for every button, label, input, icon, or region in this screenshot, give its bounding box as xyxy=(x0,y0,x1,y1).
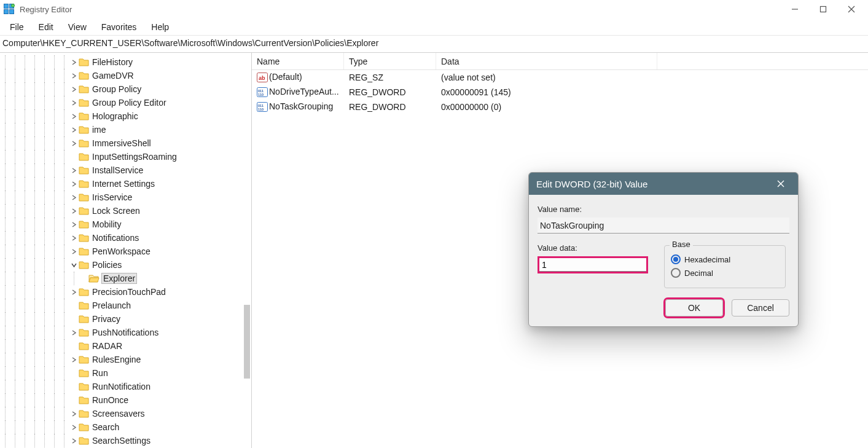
tree-item-immersiveshell[interactable]: ImmersiveShell xyxy=(0,136,251,150)
radio-dec[interactable]: Decimal xyxy=(671,268,779,278)
tree-item-label: Search xyxy=(92,422,119,432)
tree-item-penworkspace[interactable]: PenWorkspace xyxy=(0,245,251,258)
value-data: (value not set) xyxy=(436,73,657,82)
minimize-button[interactable] xyxy=(781,0,809,18)
value-data-label: Value data: xyxy=(538,243,648,253)
chevron-right-icon[interactable] xyxy=(69,55,79,69)
string-value-icon xyxy=(257,72,268,83)
tree-item-filehistory[interactable]: FileHistory xyxy=(0,55,251,69)
folder-icon xyxy=(79,179,90,189)
chevron-right-icon[interactable] xyxy=(69,245,79,258)
chevron-right-icon[interactable] xyxy=(69,136,79,150)
chevron-right-icon[interactable] xyxy=(69,218,79,231)
tree-item-prelaunch[interactable]: Prelaunch xyxy=(0,299,251,312)
chevron-right-icon[interactable] xyxy=(69,123,79,136)
edit-dword-dialog: Edit DWORD (32-bit) Value Value name: Va… xyxy=(528,172,799,327)
tree-item-label: Group Policy Editor xyxy=(92,98,166,108)
tree-item-pushnotifications[interactable]: PushNotifications xyxy=(0,326,251,339)
tree-item-policies[interactable]: Policies xyxy=(0,258,251,272)
chevron-right-icon xyxy=(79,272,88,285)
chevron-right-icon[interactable] xyxy=(69,353,79,366)
tree-item-group-policy-editor[interactable]: Group Policy Editor xyxy=(0,96,251,109)
tree-item-mobility[interactable]: Mobility xyxy=(0,218,251,231)
address-text: Computer\HKEY_CURRENT_USER\Software\Micr… xyxy=(2,38,378,48)
tree-item-search[interactable]: Search xyxy=(0,420,251,434)
tree-item-label: Notifications xyxy=(92,233,139,243)
value-data-input[interactable] xyxy=(539,258,646,272)
tree-item-installservice[interactable]: InstallService xyxy=(0,163,251,177)
col-header-name[interactable]: Name xyxy=(252,53,344,69)
close-button[interactable] xyxy=(837,0,866,18)
folder-icon xyxy=(79,314,90,324)
tree-item-runonce[interactable]: RunOnce xyxy=(0,393,251,407)
folder-icon xyxy=(79,84,90,94)
chevron-right-icon[interactable] xyxy=(69,231,79,245)
tree-item-explorer[interactable]: Explorer xyxy=(0,272,251,285)
menu-edit[interactable]: Edit xyxy=(31,20,61,34)
scrollbar-thumb[interactable] xyxy=(244,305,250,379)
tree-item-run[interactable]: Run xyxy=(0,366,251,380)
tree-item-rulesengine[interactable]: RulesEngine xyxy=(0,353,251,366)
chevron-right-icon[interactable] xyxy=(69,420,79,434)
value-name: NoDriveTypeAut... xyxy=(269,87,339,96)
chevron-right-icon[interactable] xyxy=(69,204,79,218)
tree-item-screensavers[interactable]: Screensavers xyxy=(0,407,251,420)
radio-hex-label: Hexadecimal xyxy=(684,255,730,264)
maximize-button[interactable] xyxy=(809,0,837,18)
tree-item-privacy[interactable]: Privacy xyxy=(0,312,251,326)
list-row[interactable]: NoTaskGroupingREG_DWORD0x00000000 (0) xyxy=(252,100,868,114)
tree-item-ime[interactable]: ime xyxy=(0,123,251,136)
folder-icon xyxy=(79,246,90,256)
tree-item-gamedvr[interactable]: GameDVR xyxy=(0,69,251,82)
chevron-right-icon[interactable] xyxy=(69,109,79,123)
tree-item-irisservice[interactable]: IrisService xyxy=(0,191,251,204)
chevron-right-icon xyxy=(69,366,79,380)
tree-item-radar[interactable]: RADAR xyxy=(0,339,251,353)
value-name-input[interactable] xyxy=(538,218,789,234)
radio-dec-label: Decimal xyxy=(684,269,713,278)
tree-item-precisiontouchpad[interactable]: PrecisionTouchPad xyxy=(0,285,251,299)
list-row[interactable]: (Default)REG_SZ(value not set) xyxy=(252,70,868,85)
tree-item-holographic[interactable]: Holographic xyxy=(0,109,251,123)
svg-point-4 xyxy=(12,4,15,7)
tree-item-label: Explorer xyxy=(102,273,136,283)
chevron-right-icon[interactable] xyxy=(69,82,79,96)
folder-icon xyxy=(79,125,90,135)
dword-value-icon xyxy=(257,101,268,112)
chevron-right-icon[interactable] xyxy=(69,407,79,420)
radio-hex[interactable]: Hexadecimal xyxy=(671,254,779,264)
chevron-right-icon[interactable] xyxy=(69,285,79,299)
chevron-right-icon[interactable] xyxy=(69,96,79,109)
menu-view[interactable]: View xyxy=(61,20,94,34)
chevron-right-icon[interactable] xyxy=(69,326,79,339)
cancel-button[interactable]: Cancel xyxy=(732,299,789,316)
dialog-close-button[interactable] xyxy=(771,173,791,195)
chevron-right-icon[interactable] xyxy=(69,177,79,191)
chevron-right-icon[interactable] xyxy=(69,163,79,177)
tree-item-label: RunNotification xyxy=(92,382,151,391)
window-title: Registry Editor xyxy=(20,5,72,14)
tree-item-searchsettings[interactable]: SearchSettings xyxy=(0,434,251,447)
chevron-right-icon[interactable] xyxy=(69,191,79,204)
tree-item-lock-screen[interactable]: Lock Screen xyxy=(0,204,251,218)
address-bar[interactable]: Computer\HKEY_CURRENT_USER\Software\Micr… xyxy=(0,36,868,53)
tree-item-inputsettingsroaming[interactable]: InputSettingsRoaming xyxy=(0,150,251,163)
dialog-titlebar[interactable]: Edit DWORD (32-bit) Value xyxy=(529,173,798,195)
folder-icon xyxy=(79,111,90,121)
tree-item-group-policy[interactable]: Group Policy xyxy=(0,82,251,96)
col-header-type[interactable]: Type xyxy=(344,53,436,69)
ok-button[interactable]: OK xyxy=(665,299,723,316)
menu-favorites[interactable]: Favorites xyxy=(94,20,144,34)
col-header-data[interactable]: Data xyxy=(436,53,657,69)
tree-item-notifications[interactable]: Notifications xyxy=(0,231,251,245)
tree-item-runnotification[interactable]: RunNotification xyxy=(0,380,251,393)
list-row[interactable]: NoDriveTypeAut...REG_DWORD0x00000091 (14… xyxy=(252,85,868,100)
folder-icon xyxy=(79,98,90,108)
chevron-down-icon[interactable] xyxy=(69,258,79,272)
tree-item-label: SearchSettings xyxy=(92,436,151,446)
menu-file[interactable]: File xyxy=(2,20,31,34)
menu-help[interactable]: Help xyxy=(144,20,176,34)
chevron-right-icon[interactable] xyxy=(69,69,79,82)
tree-item-internet-settings[interactable]: Internet Settings xyxy=(0,177,251,191)
chevron-right-icon[interactable] xyxy=(69,434,79,447)
